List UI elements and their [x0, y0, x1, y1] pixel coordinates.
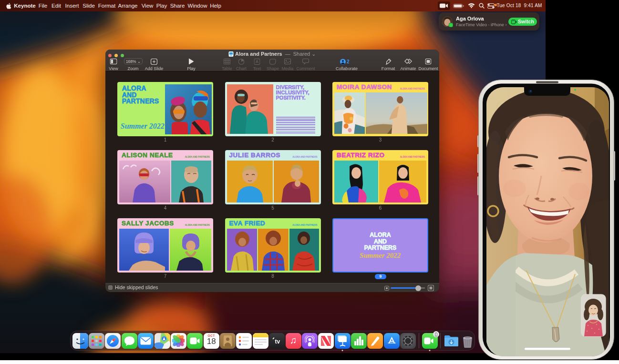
svg-text:tv: tv [275, 338, 280, 344]
